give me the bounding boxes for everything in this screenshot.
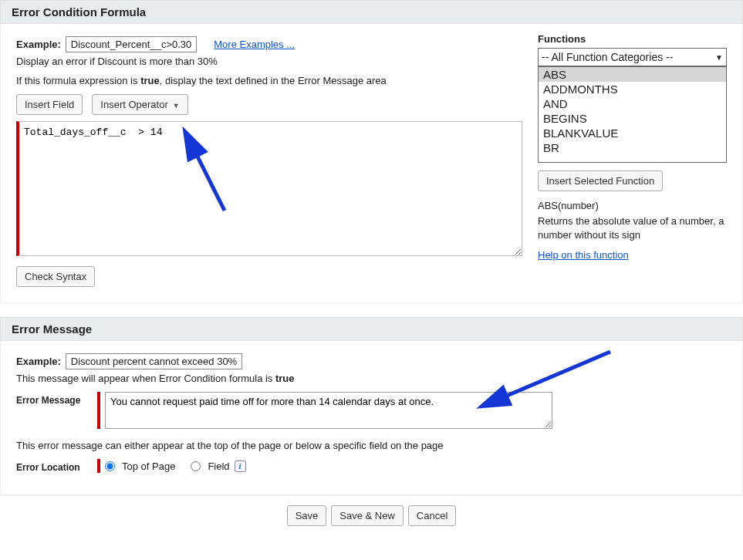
section-header-formula: Error Condition Formula (0, 0, 743, 24)
function-signature: ABS(number) (538, 199, 727, 213)
chevron-down-icon: ▼ (715, 53, 723, 62)
formula-textarea[interactable] (16, 121, 522, 256)
message-hint: This message will appear when Error Cond… (16, 373, 727, 384)
example-label: Example: (16, 39, 61, 50)
formula-section-body: Example: Discount_Percent__c>0.30 More E… (0, 24, 743, 303)
function-category-select[interactable]: -- All Function Categories -- ▼ (538, 48, 727, 66)
section-header-message: Error Message (0, 317, 743, 341)
error-message-textarea[interactable] (105, 392, 552, 429)
function-item-addmonths[interactable]: ADDMONTHS (539, 82, 726, 96)
insert-selected-function-button[interactable]: Insert Selected Function (538, 170, 663, 191)
required-indicator (97, 459, 100, 473)
function-item-and[interactable]: AND (539, 96, 726, 111)
save-button[interactable]: Save (287, 505, 327, 526)
insert-operator-button[interactable]: Insert Operator (92, 94, 187, 115)
message-example-box: Discount percent cannot exceed 30% (66, 353, 242, 369)
function-list[interactable]: ABS ADDMONTHS AND BEGINS BLANKVALUE BR (538, 66, 727, 163)
location-top-radio-label[interactable]: Top of Page (105, 460, 175, 472)
example-formula-box: Discount_Percent__c>0.30 (66, 36, 197, 52)
message-section-body: Example: Discount percent cannot exceed … (0, 341, 743, 495)
footer-buttons: Save Save & New Cancel (0, 495, 743, 535)
help-on-function-link[interactable]: Help on this function (538, 249, 629, 261)
location-field-radio-label[interactable]: Field (191, 460, 229, 472)
formula-section-title: Error Condition Formula (12, 5, 146, 19)
functions-label: Functions (538, 33, 727, 45)
location-field-radio[interactable] (191, 461, 201, 471)
cancel-button[interactable]: Cancel (408, 505, 456, 526)
error-message-label: Error Message (16, 392, 97, 406)
message-section-title: Error Message (12, 322, 92, 336)
info-icon[interactable]: i (235, 460, 246, 472)
save-and-new-button[interactable]: Save & New (331, 505, 404, 526)
function-item-blankvalue[interactable]: BLANKVALUE (539, 126, 726, 140)
more-examples-link[interactable]: More Examples ... (214, 39, 295, 50)
error-location-label: Error Location (16, 459, 97, 473)
location-top-radio[interactable] (105, 461, 115, 471)
function-description: Returns the absolute value of a number, … (538, 214, 727, 242)
insert-field-button[interactable]: Insert Field (16, 94, 83, 115)
message-example-label: Example: (16, 356, 61, 367)
function-item-br[interactable]: BR (539, 140, 726, 155)
function-item-abs[interactable]: ABS (539, 67, 726, 82)
check-syntax-button[interactable]: Check Syntax (16, 266, 95, 287)
function-item-begins[interactable]: BEGINS (539, 111, 726, 126)
location-hint: This error message can either appear at … (16, 440, 727, 451)
example-description: Display an error if Discount is more tha… (16, 56, 522, 67)
required-indicator (97, 392, 100, 429)
formula-hint: If this formula expression is true, disp… (16, 75, 522, 86)
